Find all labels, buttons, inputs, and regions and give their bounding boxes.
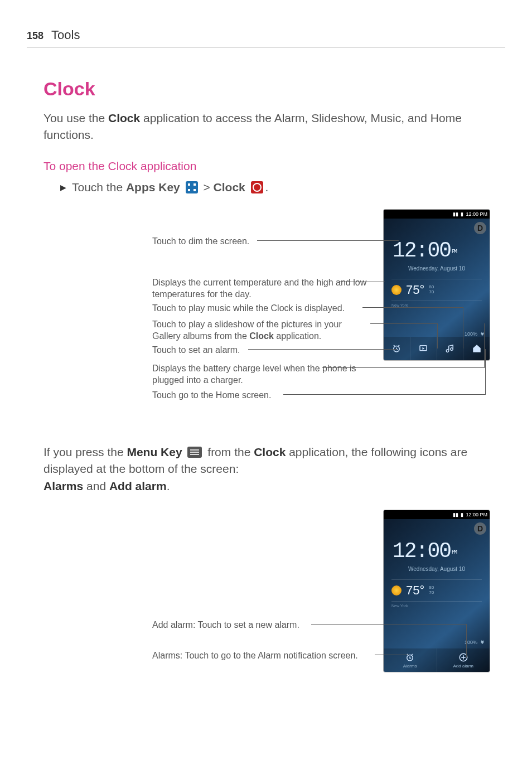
text: from the <box>207 446 254 458</box>
time-value: 12:00 <box>393 239 451 263</box>
text: application. <box>274 331 321 341</box>
callout-slideshow: Touch to play a slideshow of the picture… <box>152 318 370 342</box>
slideshow-button[interactable] <box>410 337 437 360</box>
alarms-label: Alarms <box>403 664 417 669</box>
figure-1: ▮▮ ▮ 12:00 PM D 12:00PM Wednesday, Augus… <box>43 210 490 410</box>
callout-alarms: Alarms: Touch to go to the Alarm notific… <box>152 650 358 662</box>
sun-icon <box>391 585 402 595</box>
callout-line <box>339 282 385 282</box>
hi-lo: 80 70 <box>429 285 434 295</box>
battery-indicator: 100% <box>465 640 485 645</box>
callout-line <box>370 323 437 324</box>
text: and <box>83 480 109 492</box>
alarm-button[interactable] <box>384 337 410 360</box>
dim-label: D <box>477 224 483 233</box>
step-row: ▶ Touch the Apps Key > Clock . <box>60 181 489 194</box>
add-alarm-label: Add alarm <box>453 664 473 669</box>
add-alarm-bold: Add alarm <box>109 480 167 492</box>
bottom-toolbar <box>384 337 490 360</box>
callout-battery: Displays the battery charge level when t… <box>152 362 370 386</box>
clock-bold: Clock <box>108 112 140 124</box>
menu-key-bold: Menu Key <box>127 446 182 458</box>
date-text: Wednesday, August 10 <box>384 265 490 272</box>
callout-add-alarm: Add alarm: Touch to set a new alarm. <box>152 619 299 631</box>
callout-line <box>437 323 438 348</box>
weather-widget[interactable]: 75° 80 70 New York <box>391 279 482 301</box>
text: You use the <box>43 112 108 124</box>
city-label: New York <box>391 303 408 307</box>
callout-line <box>283 394 485 395</box>
music-button[interactable] <box>437 337 464 360</box>
plug-icon <box>480 640 485 645</box>
slideshow-icon <box>418 343 428 354</box>
callout-alarm: Touch to set an alarm. <box>152 344 240 356</box>
status-time: 12:00 PM <box>466 512 487 517</box>
lo-temp: 70 <box>429 590 434 595</box>
menu-paragraph: If you press the Menu Key from the Clock… <box>43 444 489 495</box>
status-bar: ▮▮ ▮ 12:00 PM <box>384 210 490 219</box>
temperature: 75° <box>406 583 424 598</box>
battery-icon: ▮ <box>461 512 463 517</box>
clock-bold: Clock <box>249 331 274 341</box>
status-time: 12:00 PM <box>466 211 487 217</box>
page-title: Clock <box>43 78 489 100</box>
text: . <box>167 480 170 492</box>
callout-line <box>362 307 463 308</box>
weather-widget[interactable]: 75° 80 70 New York <box>391 579 482 602</box>
date-text: Wednesday, August 10 <box>384 566 490 572</box>
callout-line <box>485 349 486 395</box>
sun-icon <box>391 285 402 295</box>
text: > <box>203 181 213 193</box>
ampm: PM <box>452 249 456 255</box>
page-number: 158 <box>27 30 43 42</box>
text: Touch the <box>72 181 126 193</box>
content-area: Clock You use the Clock application to a… <box>43 78 489 677</box>
clock-bold: Clock <box>254 446 286 458</box>
intro-paragraph: You use the Clock application to access … <box>43 110 489 144</box>
battery-icon: ▮ <box>461 211 463 217</box>
callout-line <box>322 367 484 368</box>
clock-app-icon <box>251 181 263 193</box>
text: . <box>265 181 269 193</box>
signal-icon: ▮▮ <box>453 211 458 217</box>
phone-screenshot-2: ▮▮ ▮ 12:00 PM D 12:00PM Wednesday, Augus… <box>384 510 490 672</box>
bullet-icon: ▶ <box>60 183 66 192</box>
clock-bold: Clock <box>214 181 245 193</box>
alarm-icon <box>405 652 415 662</box>
battery-percent: 100% <box>465 331 477 337</box>
callout-line <box>463 307 463 348</box>
time-value: 12:00 <box>393 539 451 563</box>
lo-temp: 70 <box>429 290 434 295</box>
plus-icon <box>458 652 468 662</box>
status-bar: ▮▮ ▮ 12:00 PM <box>384 510 490 519</box>
hi-lo: 80 70 <box>429 585 434 595</box>
menu-toolbar: Alarms Add alarm <box>384 648 490 672</box>
dim-button[interactable]: D <box>474 522 486 535</box>
page-header: 158 Tools <box>27 28 505 47</box>
text: If you press the <box>43 446 127 458</box>
callout-dim: Touch to dim the screen. <box>152 235 249 248</box>
apps-key-icon <box>186 181 198 193</box>
add-alarm-menu-button[interactable]: Add alarm <box>437 648 490 672</box>
alarms-menu-button[interactable]: Alarms <box>384 648 437 672</box>
ampm: PM <box>452 549 456 555</box>
callout-home: Touch go to the Home screen. <box>152 389 271 401</box>
callout-line <box>484 323 485 368</box>
temperature: 75° <box>406 283 424 297</box>
signal-icon: ▮▮ <box>453 512 458 517</box>
subheading-open-clock: To open the Clock application <box>43 159 489 173</box>
step-text: Touch the Apps Key > Clock . <box>72 181 268 194</box>
callout-weather: Displays the current temperature and the… <box>152 277 370 301</box>
apps-key-bold: Apps Key <box>126 181 180 193</box>
clock-time: 12:00PM <box>393 539 456 563</box>
callout-line <box>375 655 409 655</box>
battery-indicator: 100% <box>465 331 485 337</box>
callout-music: Touch to play music while the Clock is d… <box>152 302 345 314</box>
callout-line <box>257 240 399 241</box>
alarm-icon <box>391 343 402 354</box>
dim-button[interactable]: D <box>474 222 486 234</box>
clock-time: 12:00PM <box>393 239 456 263</box>
callout-line <box>311 624 466 624</box>
home-icon <box>472 343 482 354</box>
phone-screenshot-1: ▮▮ ▮ 12:00 PM D 12:00PM Wednesday, Augus… <box>384 210 490 360</box>
